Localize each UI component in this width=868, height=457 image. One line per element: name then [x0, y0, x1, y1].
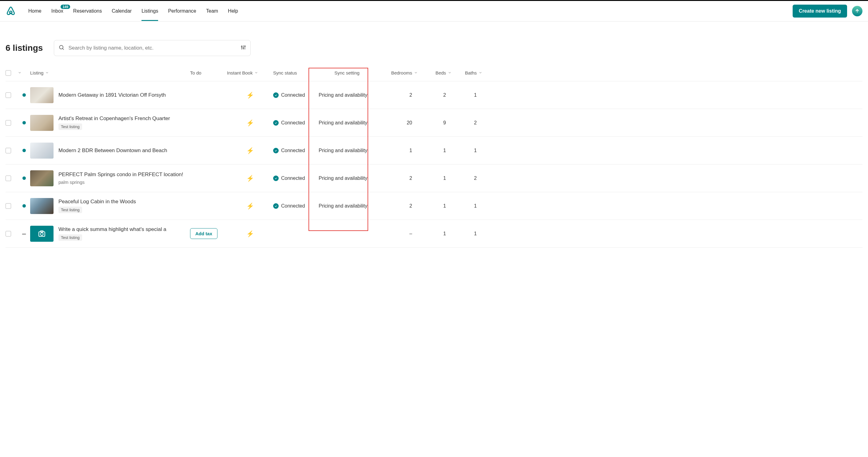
cell-bedrooms: 20: [378, 120, 418, 126]
instant-book-icon: ⚡: [227, 202, 273, 210]
listing-title: Write a quick summa highlight what's spe…: [58, 226, 166, 232]
top-right-actions: Create new listing: [793, 5, 863, 18]
check-circle-icon: [273, 203, 279, 209]
cell-beds: 1: [418, 148, 452, 153]
status-dot-icon: [23, 176, 26, 180]
listing-title: PERFECT Palm Springs condo in PERFECT lo…: [58, 172, 183, 178]
status-dot-icon: [23, 121, 26, 124]
cell-bedrooms: 2: [378, 175, 418, 181]
listing-title: Peaceful Log Cabin in the Woods: [58, 199, 136, 205]
inbox-badge: 149: [61, 5, 70, 9]
row-checkbox[interactable]: [5, 203, 11, 209]
cell-baths: 1: [452, 92, 482, 98]
select-all-checkbox[interactable]: [5, 70, 11, 76]
sync-status-text: Connected: [281, 175, 305, 181]
svg-line-2: [63, 49, 64, 50]
svg-point-4: [242, 46, 242, 47]
cell-bedrooms: 1: [378, 148, 418, 153]
page-body: 6 listings Listing To do Instant Book Sy…: [0, 40, 868, 248]
listing-title: Modern 2 BDR Between Downtown and Beach: [58, 147, 167, 154]
row-checkbox[interactable]: [5, 92, 11, 98]
sync-status-text: Connected: [281, 120, 305, 126]
listing-thumbnail[interactable]: [30, 226, 54, 242]
cell-bedrooms: 2: [378, 203, 418, 209]
listing-thumbnail[interactable]: [30, 198, 54, 214]
sync-setting-text: Pricing and availability: [316, 175, 378, 181]
listing-thumbnail[interactable]: [30, 87, 54, 103]
sync-setting-text: Pricing and availability: [316, 92, 378, 98]
row-checkbox[interactable]: [5, 175, 11, 181]
table-row[interactable]: PERFECT Palm Springs condo in PERFECT lo…: [5, 165, 863, 192]
check-circle-icon: [273, 175, 279, 181]
nav-listings[interactable]: Listings: [142, 2, 158, 21]
filter-sliders-icon[interactable]: [241, 45, 246, 51]
instant-book-icon: ⚡: [227, 230, 273, 237]
sync-setting-text: Pricing and availability: [316, 120, 378, 126]
listings-table: Listing To do Instant Book Sync status S…: [5, 65, 863, 248]
svg-point-8: [245, 46, 245, 47]
instant-book-icon: ⚡: [227, 119, 273, 126]
search-bar[interactable]: [54, 40, 251, 56]
table-row[interactable]: Artist's Retreat in Copenhagen's French …: [5, 109, 863, 137]
add-tax-button[interactable]: Add tax: [190, 228, 217, 239]
check-circle-icon: [273, 148, 279, 153]
test-listing-badge: Test listing: [58, 207, 82, 213]
col-baths[interactable]: Baths: [452, 70, 482, 76]
cell-bedrooms: 2: [378, 92, 418, 98]
create-listing-button[interactable]: Create new listing: [793, 5, 847, 18]
sync-status-text: Connected: [281, 203, 305, 209]
table-header-row: Listing To do Instant Book Sync status S…: [5, 65, 863, 81]
test-listing-badge: Test listing: [58, 234, 82, 241]
nav-home[interactable]: Home: [28, 2, 41, 21]
nav-help[interactable]: Help: [228, 2, 238, 21]
cell-baths: 1: [452, 148, 482, 153]
listing-thumbnail[interactable]: [30, 170, 54, 186]
listing-title: Artist's Retreat in Copenhagen's French …: [58, 115, 170, 122]
test-listing-badge: Test listing: [58, 123, 82, 130]
listing-thumbnail[interactable]: [30, 143, 54, 159]
search-input[interactable]: [68, 45, 241, 51]
table-row[interactable]: Modern Getaway in 1891 Victorian Off For…: [5, 81, 863, 109]
col-listing[interactable]: Listing: [30, 70, 190, 76]
status-dot-icon: [23, 93, 26, 97]
cell-beds: 2: [418, 92, 452, 98]
nav-performance[interactable]: Performance: [168, 2, 196, 21]
instant-book-icon: ⚡: [227, 147, 273, 154]
status-none-icon: –: [18, 232, 30, 235]
row-checkbox[interactable]: [5, 120, 11, 126]
check-circle-icon: [273, 92, 279, 98]
status-dot-icon: [23, 149, 26, 152]
col-instant-book[interactable]: Instant Book: [227, 70, 273, 76]
nav-team[interactable]: Team: [206, 2, 218, 21]
nav-calendar[interactable]: Calendar: [112, 2, 132, 21]
svg-point-1: [60, 45, 63, 49]
top-nav-bar: HomeInbox149ReservationsCalendarListings…: [0, 0, 868, 22]
cell-baths: 2: [452, 175, 482, 181]
cell-baths: 2: [452, 120, 482, 126]
col-beds[interactable]: Beds: [418, 70, 452, 76]
col-bedrooms[interactable]: Bedrooms: [378, 70, 418, 76]
cell-beds: 1: [418, 175, 452, 181]
table-row[interactable]: Modern 2 BDR Between Downtown and Beach⚡…: [5, 137, 863, 165]
table-row[interactable]: –Write a quick summa highlight what's sp…: [5, 220, 863, 248]
svg-rect-11: [40, 231, 43, 232]
cell-beds: 1: [418, 203, 452, 209]
brand-logo[interactable]: [5, 6, 16, 16]
svg-point-10: [40, 232, 43, 235]
listing-subtitle: palm springs: [58, 179, 183, 185]
main-nav: HomeInbox149ReservationsCalendarListings…: [28, 2, 793, 21]
cell-bedrooms: –: [378, 231, 418, 236]
search-icon: [58, 44, 65, 52]
row-checkbox[interactable]: [5, 148, 11, 153]
listing-thumbnail[interactable]: [30, 115, 54, 131]
table-row[interactable]: Peaceful Log Cabin in the WoodsTest list…: [5, 192, 863, 220]
nav-reservations[interactable]: Reservations: [73, 2, 102, 21]
status-dot-icon: [23, 204, 26, 207]
expand-all-toggle[interactable]: [18, 70, 30, 76]
col-todo: To do: [190, 70, 227, 76]
avatar[interactable]: [852, 6, 863, 16]
nav-inbox[interactable]: Inbox149: [51, 2, 63, 21]
cell-baths: 1: [452, 231, 482, 236]
row-checkbox[interactable]: [5, 231, 11, 236]
sync-status-text: Connected: [281, 148, 305, 153]
